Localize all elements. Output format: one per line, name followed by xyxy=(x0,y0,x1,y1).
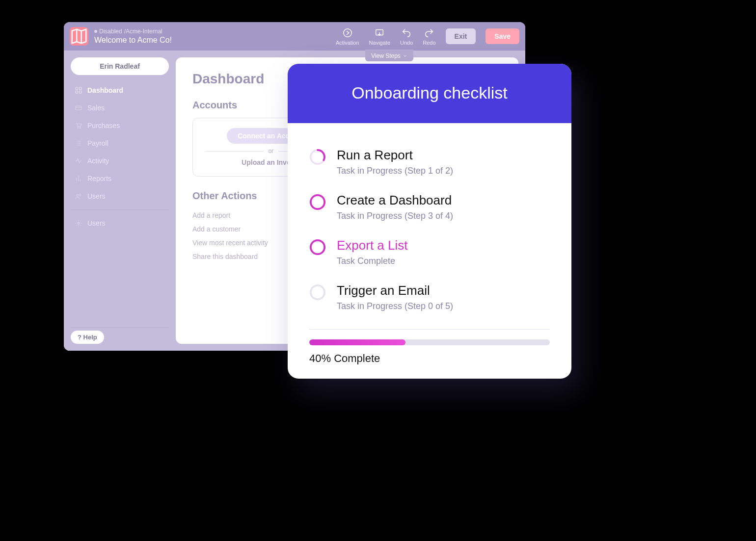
progress-label: 40% Complete xyxy=(309,352,550,365)
navigate-label: Navigate xyxy=(369,40,390,46)
svg-point-9 xyxy=(77,194,79,196)
checklist-task[interactable]: Create a DashboardTask in Progress (Step… xyxy=(309,186,550,231)
sidebar: Erin Radleaf Dashboard Sales Purchases P… xyxy=(71,57,169,344)
undo-label: Undo xyxy=(400,40,413,46)
bar-chart-icon xyxy=(75,175,82,182)
sidebar-item-reports[interactable]: Reports xyxy=(71,171,169,186)
sidebar-item-activity[interactable]: Activity xyxy=(71,154,169,168)
sidebar-divider xyxy=(71,327,169,328)
progress-fill xyxy=(309,339,405,345)
progress-ring-icon xyxy=(309,194,326,210)
sidebar-item-label: Reports xyxy=(87,175,111,182)
sidebar-item-sales[interactable]: Sales xyxy=(71,101,169,115)
svg-point-13 xyxy=(311,195,324,209)
svg-point-11 xyxy=(78,222,80,224)
sidebar-item-label: Sales xyxy=(87,104,105,112)
svg-rect-6 xyxy=(76,106,81,110)
sidebar-item-settings[interactable]: Users xyxy=(71,216,169,231)
card-icon xyxy=(75,104,82,112)
dashboard-icon xyxy=(75,86,82,94)
builder-title: Welcome to Acme Co! xyxy=(94,35,172,45)
redo-button[interactable]: Redo xyxy=(423,27,435,46)
activation-label: Activation xyxy=(336,40,359,46)
app-logo xyxy=(70,27,88,46)
sidebar-item-label: Purchases xyxy=(87,122,120,129)
view-steps-label: View Steps xyxy=(371,52,401,59)
progress-bar xyxy=(309,339,550,345)
builder-titlebar: Disabled /Acme-Internal Welcome to Acme … xyxy=(64,22,525,51)
undo-icon xyxy=(401,27,412,38)
title-meta: Disabled /Acme-Internal Welcome to Acme … xyxy=(94,28,172,45)
list-icon xyxy=(75,139,82,147)
users-icon xyxy=(75,192,82,200)
progress-ring-icon xyxy=(309,284,326,301)
workspace-path: /Acme-Internal xyxy=(124,28,162,35)
cart-icon xyxy=(75,122,82,129)
checklist-task[interactable]: Run a ReportTask in Progress (Step 1 of … xyxy=(309,141,550,186)
or-label: or xyxy=(269,148,274,155)
svg-rect-5 xyxy=(79,91,81,93)
arrow-circle-icon xyxy=(342,27,353,38)
redo-label: Redo xyxy=(423,40,435,46)
sidebar-item-purchases[interactable]: Purchases xyxy=(71,118,169,133)
svg-point-7 xyxy=(78,128,79,129)
onboarding-checklist: Onboarding checklist Run a ReportTask in… xyxy=(288,64,571,379)
save-button[interactable]: Save xyxy=(486,28,519,44)
checklist-body: Run a ReportTask in Progress (Step 1 of … xyxy=(288,123,571,379)
activation-button[interactable]: Activation xyxy=(336,27,359,46)
redo-icon xyxy=(424,27,434,38)
user-pill[interactable]: Erin Radleaf xyxy=(71,57,169,75)
checklist-task[interactable]: Trigger an EmailTask in Progress (Step 0… xyxy=(309,276,550,321)
sidebar-item-label: Dashboard xyxy=(87,86,123,94)
svg-point-8 xyxy=(80,128,81,129)
status-dot-icon xyxy=(94,30,97,33)
sidebar-item-label: Activity xyxy=(87,157,109,165)
sidebar-item-dashboard[interactable]: Dashboard xyxy=(71,83,169,98)
task-title: Create a Dashboard xyxy=(337,193,453,208)
undo-button[interactable]: Undo xyxy=(400,27,413,46)
sidebar-item-label: Payroll xyxy=(87,139,108,147)
svg-rect-2 xyxy=(76,87,78,90)
sidebar-item-users[interactable]: Users xyxy=(71,189,169,204)
svg-point-15 xyxy=(311,285,324,299)
activity-icon xyxy=(75,157,82,165)
navigate-button[interactable]: Navigate xyxy=(369,27,390,46)
progress-ring-icon xyxy=(309,239,326,256)
sidebar-item-label: Users xyxy=(87,219,106,227)
svg-point-10 xyxy=(80,194,81,196)
checklist-title: Onboarding checklist xyxy=(288,64,571,123)
status-label: Disabled xyxy=(99,28,122,35)
exit-button[interactable]: Exit xyxy=(446,28,476,44)
checklist-divider xyxy=(309,329,550,330)
checklist-task[interactable]: Export a ListTask Complete xyxy=(309,231,550,276)
status-row: Disabled /Acme-Internal xyxy=(94,28,172,35)
sidebar-item-label: Users xyxy=(87,192,106,200)
task-subtitle: Task in Progress (Step 3 of 4) xyxy=(337,211,453,221)
chevron-down-icon xyxy=(403,53,407,58)
sidebar-item-payroll[interactable]: Payroll xyxy=(71,136,169,151)
task-title: Export a List xyxy=(337,238,408,253)
gear-icon xyxy=(75,219,82,227)
navigate-icon xyxy=(374,27,385,38)
view-steps-tab[interactable]: View Steps xyxy=(365,50,413,61)
task-subtitle: Task Complete xyxy=(337,256,408,266)
svg-point-0 xyxy=(343,28,351,37)
task-subtitle: Task in Progress (Step 1 of 2) xyxy=(337,166,453,176)
progress-ring-icon xyxy=(309,149,326,165)
task-title: Run a Report xyxy=(337,148,453,163)
help-button[interactable]: ? Help xyxy=(71,331,104,344)
task-title: Trigger an Email xyxy=(337,283,453,298)
map-icon xyxy=(70,27,88,46)
toolbar-actions: Activation Navigate Undo Redo Exit Save xyxy=(336,27,519,46)
svg-rect-3 xyxy=(79,87,81,90)
task-subtitle: Task in Progress (Step 0 of 5) xyxy=(337,301,453,311)
sidebar-divider xyxy=(71,209,169,210)
svg-point-14 xyxy=(311,240,324,254)
svg-rect-4 xyxy=(76,91,78,93)
